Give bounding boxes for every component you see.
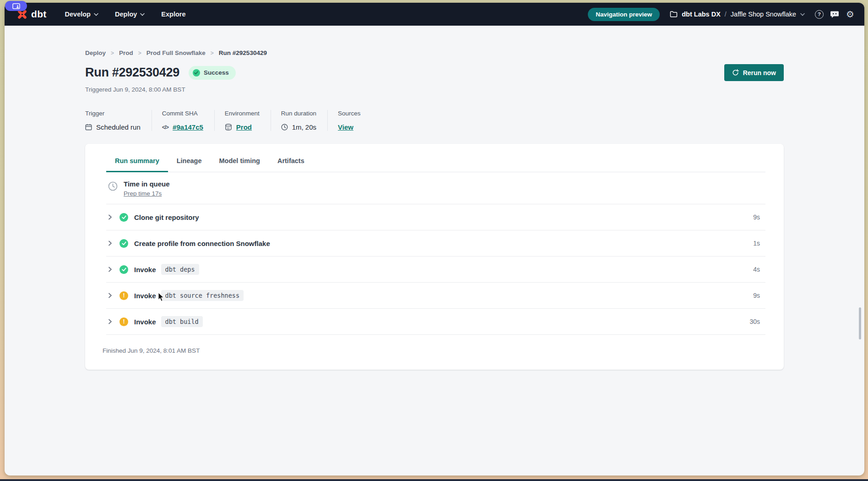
meta-environment: Environment Prod (225, 110, 271, 131)
meta-sources-label: Sources (338, 110, 361, 117)
account-project-switcher[interactable]: dbt Labs DX / Jaffle Shop Snowflake (670, 11, 805, 18)
breadcrumb-run-current: Run #292530429 (219, 49, 267, 56)
breadcrumb-separator: > (138, 50, 141, 56)
refresh-icon (732, 69, 739, 76)
queue-clock-icon (108, 181, 118, 191)
screen-share-icon (12, 3, 20, 9)
rerun-now-label: Rerun now (743, 69, 776, 77)
finished-timestamp: Finished Jun 9, 2024, 8:01 AM BST (85, 335, 784, 354)
step-title: Invoke (134, 318, 156, 326)
step-duration: 30s (749, 318, 765, 325)
step-title: Create profile from connection Snowflake (134, 240, 270, 247)
page-title: Run #292530429 (85, 66, 179, 80)
expand-chevron-icon[interactable] (108, 293, 114, 298)
rerun-now-button[interactable]: Rerun now (724, 64, 784, 81)
project-name: Jaffle Shop Snowflake (731, 11, 796, 18)
account-separator: / (725, 11, 727, 18)
step-title: Invoke (134, 292, 156, 300)
step-duration: 9s (753, 292, 765, 299)
step-duration: 4s (753, 266, 765, 273)
help-icon[interactable]: ? (815, 10, 824, 19)
step-title: Clone git repository (134, 213, 199, 221)
meta-trigger-value: Scheduled run (96, 123, 141, 131)
queue-title: Time in queue (124, 180, 170, 188)
meta-commit-label: Commit SHA (162, 110, 203, 117)
breadcrumb-prod[interactable]: Prod (119, 49, 133, 56)
chevron-down-icon (94, 13, 98, 16)
breadcrumb-separator: > (211, 50, 214, 56)
warning-icon: ! (119, 291, 128, 300)
step-row-clone-git[interactable]: Clone git repository 9s (106, 204, 765, 230)
check-circle-icon (193, 69, 200, 77)
meta-run-duration: Run duration 1m, 20s (281, 110, 328, 131)
nav-deploy[interactable]: Deploy (115, 11, 145, 18)
app-window: dbt Develop Deploy Explore Navigation pr… (5, 3, 864, 476)
meta-duration-label: Run duration (281, 110, 316, 117)
expand-chevron-icon[interactable] (108, 267, 114, 272)
run-meta: Trigger Scheduled run Commit SHA </> #9a… (85, 110, 784, 131)
triggered-timestamp: Triggered Jun 9, 2024, 8:00 AM BST (85, 86, 784, 93)
meta-sources: Sources View (338, 110, 372, 131)
prep-time-link[interactable]: Prep time 17s (124, 190, 162, 197)
run-summary-card: Run summary Lineage Model timing Artifac… (85, 144, 784, 370)
scrollbar-thumb[interactable] (859, 307, 861, 339)
step-command: dbt deps (161, 264, 199, 275)
feedback-icon[interactable] (830, 11, 839, 18)
breadcrumb-separator: > (111, 50, 114, 56)
step-row-dbt-source-freshness[interactable]: ! Invoke dbt source freshness 9s (106, 283, 765, 309)
breadcrumb-job[interactable]: Prod Full Snowflake (146, 49, 206, 56)
nav-develop-label: Develop (65, 11, 91, 18)
top-nav: dbt Develop Deploy Explore Navigation pr… (5, 3, 864, 26)
chevron-down-icon (140, 13, 145, 16)
step-row-dbt-build[interactable]: ! Invoke dbt build 30s (106, 309, 765, 335)
success-icon (119, 213, 128, 222)
nav-deploy-label: Deploy (115, 11, 137, 18)
screen-bottom-strip (0, 479, 868, 481)
meta-trigger-label: Trigger (85, 110, 141, 117)
step-command: dbt build (161, 316, 203, 327)
nav-explore-label: Explore (161, 11, 185, 18)
calendar-icon (85, 124, 92, 131)
success-icon (119, 265, 128, 274)
meta-trigger: Trigger Scheduled run (85, 110, 152, 131)
tab-run-summary[interactable]: Run summary (106, 148, 168, 172)
step-command: dbt source freshness (161, 290, 244, 301)
step-duration: 9s (753, 213, 765, 221)
chevron-down-icon (800, 13, 805, 16)
code-icon: </> (162, 124, 168, 131)
nav-explore[interactable]: Explore (161, 11, 185, 18)
clock-icon (281, 124, 288, 131)
sources-view-link[interactable]: View (338, 123, 353, 131)
tab-bar: Run summary Lineage Model timing Artifac… (106, 144, 765, 172)
meta-environment-label: Environment (225, 110, 260, 117)
step-title: Invoke (134, 266, 156, 273)
expand-chevron-icon[interactable] (108, 214, 114, 220)
database-icon (225, 124, 232, 131)
breadcrumb: Deploy > Prod > Prod Full Snowflake > Ru… (85, 49, 784, 56)
expand-chevron-icon[interactable] (108, 240, 114, 246)
dbt-logo-text: dbt (31, 9, 47, 20)
environment-link[interactable]: Prod (236, 123, 252, 131)
step-row-dbt-deps[interactable]: Invoke dbt deps 4s (106, 257, 765, 283)
settings-icon[interactable]: ⚙ (846, 10, 854, 19)
meta-duration-value: 1m, 20s (292, 123, 316, 131)
status-badge-label: Success (204, 69, 229, 76)
warning-icon: ! (119, 317, 128, 326)
time-in-queue-row: Time in queue Prep time 17s (106, 172, 765, 204)
topnav-icon-cluster: ? ⚙ (815, 10, 854, 19)
run-detail-page: Deploy > Prod > Prod Full Snowflake > Ru… (5, 26, 864, 370)
tab-artifacts[interactable]: Artifacts (269, 148, 313, 172)
breadcrumb-deploy[interactable]: Deploy (85, 49, 106, 56)
navigation-preview-button[interactable]: Navigation preview (588, 8, 660, 21)
commit-sha-link[interactable]: #9a147c5 (173, 123, 203, 131)
account-name: dbt Labs DX (682, 11, 721, 18)
tab-model-timing[interactable]: Model timing (211, 148, 269, 172)
folder-icon (670, 11, 678, 17)
screen-share-badge[interactable] (5, 1, 27, 11)
success-icon (119, 239, 128, 248)
tab-lineage[interactable]: Lineage (168, 148, 211, 172)
step-row-create-profile[interactable]: Create profile from connection Snowflake… (106, 230, 765, 257)
nav-develop[interactable]: Develop (65, 11, 98, 18)
step-duration: 1s (753, 240, 765, 247)
expand-chevron-icon[interactable] (108, 319, 114, 324)
